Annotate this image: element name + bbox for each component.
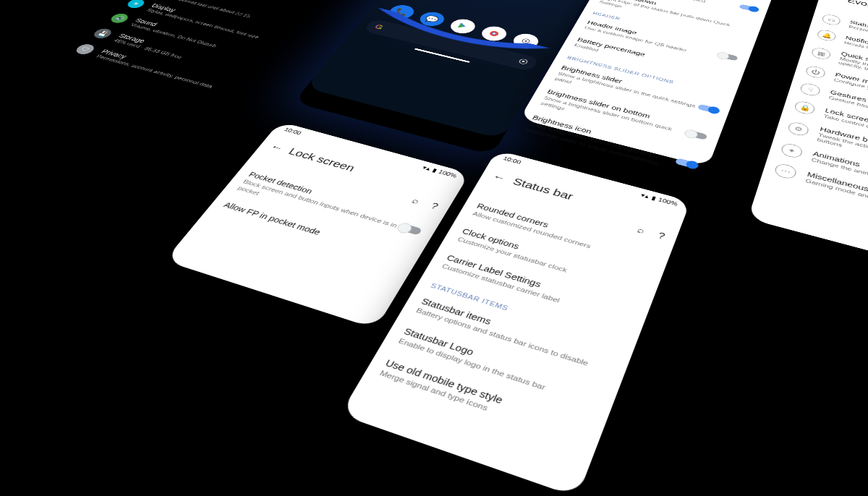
sliders-icon: ⚙ <box>787 121 810 137</box>
display-icon: ☀ <box>124 0 147 9</box>
panel-statusbar-light: 10:00▾▴▮100% ←Status bar ⌕? Rounded corn… <box>340 150 691 496</box>
search-icon[interactable]: ⌕ <box>636 226 646 236</box>
toggle-bb[interactable] <box>686 130 707 140</box>
toggle-himg[interactable] <box>719 52 739 61</box>
wifi-icon: ▾▴ <box>640 192 650 200</box>
privacy-icon: 🛡 <box>73 43 97 56</box>
panel-partial-left: 10:00100% ⌕? ...ts when <box>0 0 2 116</box>
back-icon[interactable]: ← <box>487 170 509 184</box>
wifi-icon: ▾▴ <box>421 164 432 171</box>
toggle-vib[interactable] <box>739 4 757 12</box>
power-icon: ⏻ <box>805 65 827 80</box>
misc-icon: ⋯ <box>773 163 797 180</box>
toggle-bs[interactable] <box>697 103 718 113</box>
status-bar: 10:00100% <box>0 0 2 4</box>
logo-row <box>409 0 590 1</box>
sound-icon: 🔊 <box>109 12 132 25</box>
panel-lockscreen-light: 10:00▾▴▮100% ←Lock screen ⌕? Pocket dete… <box>164 121 469 329</box>
sparkle-icon: ✦ <box>780 142 804 160</box>
statusbar-icon: ▭ <box>821 14 841 27</box>
help-icon[interactable]: ? <box>657 231 666 241</box>
search-icon[interactable]: ⌕ <box>410 196 422 206</box>
gesture-icon: ☟ <box>799 82 821 98</box>
toggle-pocket[interactable] <box>399 223 422 236</box>
storage-icon: 💾 <box>91 27 114 40</box>
lock-icon: 🔒 <box>793 100 816 116</box>
help-icon[interactable]: ? <box>429 202 440 211</box>
grid-icon: ▦ <box>811 46 832 60</box>
bell-icon: 🔔 <box>816 29 837 42</box>
back-icon[interactable]: ← <box>264 140 286 154</box>
panel-evolution-light: 10:00▾▴▮100% ←Evolution settings ⌕? ▭Sta… <box>748 0 868 277</box>
toggle-bi[interactable] <box>675 158 697 168</box>
battery-icon: ▮ <box>650 194 657 201</box>
